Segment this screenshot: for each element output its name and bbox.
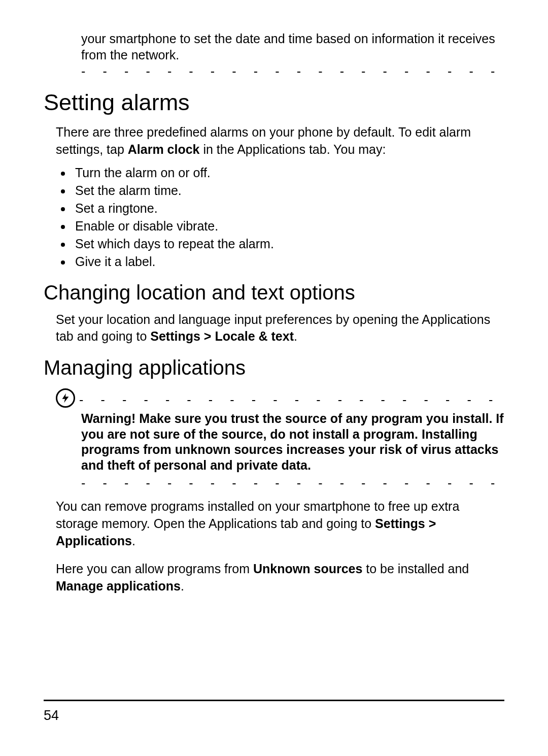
continuation-paragraph: your smartphone to set the date and time…: [81, 30, 504, 63]
warning-text: Warning! Make sure you trust the source …: [81, 411, 504, 473]
list-item: Turn the alarm on or off.: [72, 166, 504, 180]
remove-programs-paragraph: You can remove programs installed on you…: [56, 498, 504, 549]
divider-dashes: - - - - - - - - - - - - - - - - - - - - …: [81, 476, 504, 487]
heading-location-text-options: Changing location and text options: [44, 281, 504, 304]
lightning-icon: [56, 388, 75, 408]
unknown-text-1: Here you can allow programs from: [56, 562, 253, 576]
unknown-text-2: to be installed and: [362, 562, 469, 576]
list-item: Give it a label.: [72, 254, 504, 269]
heading-setting-alarms: Setting alarms: [44, 89, 504, 116]
remove-text-2: .: [132, 534, 135, 548]
divider-dashes: - - - - - - - - - - - - - - - - - - - - …: [81, 64, 504, 75]
list-item: Set the alarm time.: [72, 183, 504, 198]
manage-applications-bold: Manage applications: [56, 579, 181, 593]
unknown-sources-bold: Unknown sources: [253, 562, 362, 576]
heading-managing-applications: Managing applications: [44, 356, 504, 379]
location-paragraph: Set your location and language input pre…: [56, 311, 504, 346]
location-text-2: .: [294, 329, 297, 343]
list-item: Set which days to repeat the alarm.: [72, 237, 504, 251]
alarms-intro-paragraph: There are three predefined alarms on you…: [56, 124, 504, 158]
unknown-sources-paragraph: Here you can allow programs from Unknown…: [56, 561, 504, 595]
warning-top-row: - - - - - - - - - - - - - - - - - - - - …: [56, 388, 504, 408]
page-number: 54: [44, 708, 59, 724]
manual-page: your smartphone to set the date and time…: [0, 0, 548, 756]
alarms-intro-text-2: in the Applications tab. You may:: [200, 142, 386, 156]
alarm-clock-bold: Alarm clock: [128, 142, 200, 156]
unknown-text-3: .: [181, 579, 184, 593]
list-item: Enable or disable vibrate.: [72, 219, 504, 234]
footer-rule: [44, 700, 504, 701]
alarms-bullet-list: Turn the alarm on or off. Set the alarm …: [44, 166, 504, 269]
settings-locale-bold: Settings > Locale & text: [150, 329, 294, 343]
warning-block: - - - - - - - - - - - - - - - - - - - - …: [56, 388, 504, 487]
list-item: Set a ringtone.: [72, 201, 504, 216]
warning-label: Warning!: [81, 411, 139, 425]
divider-dashes: - - - - - - - - - - - - - - - - - - - - …: [79, 392, 504, 404]
warning-body: Make sure you trust the source of any pr…: [81, 411, 504, 472]
